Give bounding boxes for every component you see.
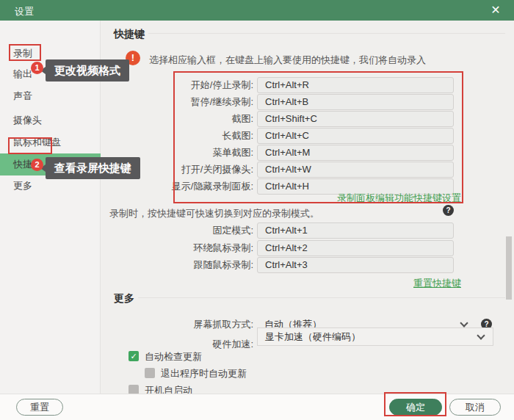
- reset-button[interactable]: 重置: [16, 399, 63, 416]
- callout-tooltip-1: 更改视频格式: [46, 59, 129, 82]
- ok-button[interactable]: 确定: [389, 399, 442, 416]
- section-divider: [138, 297, 505, 298]
- chevron-down-icon: [460, 319, 468, 327]
- title-bar: 设置 ✕: [0, 0, 514, 21]
- hotkeys-notice: 选择相应输入框，在键盘上输入要使用的快捷键，我们将自动录入: [149, 54, 426, 67]
- reset-hotkeys-link[interactable]: 重置快捷键: [257, 277, 461, 290]
- hotkey-label: 显示/隐藏录制面板:: [101, 178, 253, 195]
- callout-number-2: 2: [31, 159, 43, 171]
- hotkey-input-menu-screenshot[interactable]: Ctrl+Alt+M: [257, 145, 454, 161]
- cancel-button[interactable]: 取消: [449, 399, 501, 416]
- mode-label: 跟随鼠标录制:: [101, 257, 253, 273]
- vertical-scrollbar[interactable]: [506, 236, 512, 300]
- hotkey-label: 长截图:: [101, 128, 253, 144]
- hotkey-label: 暂停/继续录制:: [101, 94, 253, 110]
- callout-tooltip-2: 查看录屏快捷键: [46, 157, 140, 179]
- hotkey-label: 截图:: [101, 111, 253, 127]
- sidebar-item-mouse-keyboard[interactable]: 鼠标和键盘: [0, 133, 101, 152]
- unchecked-checkbox-icon[interactable]: [145, 368, 155, 378]
- hotkey-input-screenshot[interactable]: Ctrl+Shift+C: [257, 111, 454, 127]
- more-section-title: 更多: [114, 292, 134, 305]
- hotkey-input-fixed-mode[interactable]: Ctrl+Alt+1: [257, 222, 454, 239]
- update-on-exit-label: 退出程序时自动更新: [161, 368, 247, 379]
- footer-bar: 重置 确定 取消: [0, 394, 514, 420]
- hotkey-input-long-screenshot[interactable]: Ctrl+Alt+C: [257, 128, 454, 144]
- auto-update-check-label: 自动检查更新: [145, 351, 202, 362]
- hotkeys-section-title: 快捷键: [114, 28, 145, 41]
- sidebar-item-sound[interactable]: 声音: [0, 87, 101, 106]
- hotkey-input-pause-resume[interactable]: Ctrl+Alt+B: [257, 94, 454, 110]
- capture-method-label: 屏幕抓取方式:: [101, 316, 253, 333]
- help-icon[interactable]: ?: [443, 205, 454, 216]
- section-divider: [148, 33, 505, 34]
- hw-accel-value: 显卡加速（硬件编码）: [265, 331, 361, 342]
- dialog-title: 设置: [15, 5, 34, 18]
- hotkey-input-start-stop[interactable]: Ctrl+Alt+R: [257, 77, 454, 93]
- hotkey-input-follow-mouse[interactable]: Ctrl+Alt+3: [257, 257, 454, 273]
- mode-hint: 录制时，按快捷键可快速切换到对应的录制模式。: [109, 207, 319, 220]
- panel-hotkey-settings-link[interactable]: 录制面板编辑功能快捷键设置: [257, 192, 461, 205]
- hw-accel-label: 硬件加速:: [101, 336, 253, 352]
- checked-checkbox-icon[interactable]: ✓: [128, 351, 139, 361]
- settings-dialog: 设置 ✕ 录制 输出 声音 摄像头 鼠标和键盘 快捷键 更多 快捷键 ! 选择相…: [0, 0, 514, 420]
- mode-label: 环绕鼠标录制:: [101, 240, 253, 256]
- hotkey-input-camera-toggle[interactable]: Ctrl+Alt+W: [257, 162, 454, 178]
- close-icon[interactable]: ✕: [488, 3, 504, 18]
- hotkey-input-around-mouse[interactable]: Ctrl+Alt+2: [257, 240, 454, 256]
- chevron-down-icon: [477, 331, 485, 339]
- callout-number-1: 1: [31, 62, 43, 74]
- hw-accel-select[interactable]: 显卡加速（硬件编码）: [257, 327, 493, 346]
- mode-label: 固定模式:: [101, 222, 253, 239]
- sidebar-item-camera[interactable]: 摄像头: [0, 111, 101, 130]
